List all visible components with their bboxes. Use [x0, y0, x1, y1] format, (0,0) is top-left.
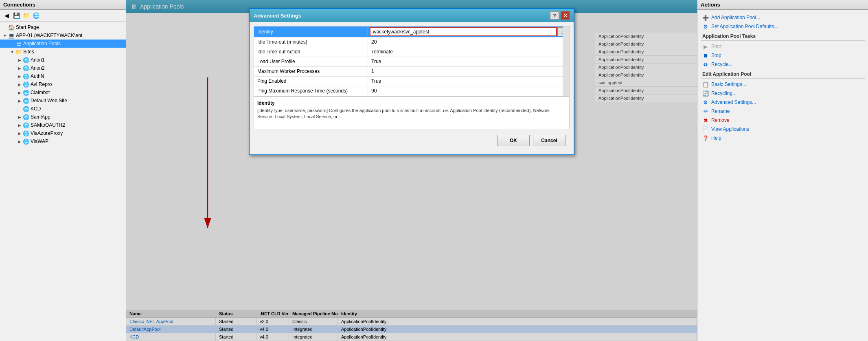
expand-icon-authn[interactable]: ▶	[16, 73, 23, 79]
tree-icon-anon1: 🌐	[23, 57, 29, 63]
center-panel: 🖥 Application Pools ApplicationPoolIdent…	[126, 0, 697, 341]
tree-item-avi-repro[interactable]: ▶🌐Avi Repro	[0, 80, 126, 88]
action-section-title-1: Application Pool Tasks	[701, 31, 865, 41]
action-label-0-0: Add Application Pool...	[711, 15, 760, 20]
tree-label-sites: Sites	[23, 49, 34, 55]
tree-icon-default-web-site: 🌐	[23, 97, 29, 104]
expand-icon-samlapp[interactable]: ▶	[16, 114, 23, 120]
action-label-3-1: Help	[711, 135, 721, 141]
back-button[interactable]: ◀	[2, 11, 11, 20]
tree-item-app-pools[interactable]: 🗃Application Pools	[0, 40, 126, 48]
identity-label: Identity	[254, 27, 368, 36]
tree-item-app01[interactable]: ▼💻APP-01 (WACKETYWACK\ent	[0, 31, 126, 40]
action-icon-1-1: ⏹	[702, 52, 709, 59]
action-item-2-3[interactable]: ✏Rename	[701, 107, 865, 116]
actions-body: ➕Add Application Pool...⚙Set Application…	[697, 10, 868, 341]
action-section-title-2: Edit Application Pool	[701, 69, 865, 79]
description-text: [identityType, username, password] Confi…	[257, 108, 566, 120]
action-icon-2-0: 📋	[702, 81, 709, 88]
action-item-0-1[interactable]: ⚙Set Application Pool Defaults...	[701, 22, 865, 31]
cancel-button[interactable]: Cancel	[533, 135, 566, 146]
left-panel: Connections ◀ 💾 📁 🌐 🏠Start Page▼💻APP-01 …	[0, 0, 126, 341]
ok-button[interactable]: OK	[497, 135, 530, 146]
tree-item-kcd[interactable]: 🌐KCD	[0, 105, 126, 113]
tree-item-samlapp[interactable]: ▶🌐SamlApp	[0, 113, 126, 121]
settings-row-2[interactable]: Idle Time-out ActionTerminate	[254, 47, 569, 57]
settings-row-1[interactable]: Idle Time-out (minutes)20	[254, 37, 569, 47]
tree-label-anon1: Anon1	[31, 57, 45, 63]
expand-icon-sites[interactable]: ▼	[9, 48, 15, 55]
tree-item-sam-to-oauth2[interactable]: ▶🌐SAMtoOAUTH2	[0, 121, 126, 129]
tree-icon-kcd: 🌐	[23, 106, 29, 112]
dialog-body: Identity...Idle Time-out (minutes)20Idle…	[250, 22, 574, 154]
expand-icon-via-azure-proxy[interactable]: ▶	[16, 130, 23, 136]
action-item-0-0[interactable]: ➕Add Application Pool...	[701, 13, 865, 22]
tree-item-default-web-site[interactable]: ▶🌐Default Web Site	[0, 97, 126, 105]
action-icon-2-1: 🔄	[702, 90, 709, 97]
action-icon-0-1: ⚙	[702, 23, 709, 30]
expand-icon-app01[interactable]: ▼	[2, 32, 8, 39]
action-icon-3-0: 📄	[702, 126, 709, 132]
action-label-2-1: Recycling...	[711, 90, 736, 96]
tree-icon-samlapp: 🌐	[23, 114, 29, 120]
action-icon-3-1: ❓	[702, 135, 709, 141]
identity-input[interactable]	[370, 27, 557, 36]
setting-label-1: Idle Time-out (minutes)	[254, 37, 368, 47]
expand-icon-claimbot[interactable]: ▶	[16, 89, 23, 96]
action-item-1-2[interactable]: ♻Recycle...	[701, 60, 865, 69]
folder-button[interactable]: 📁	[22, 11, 31, 20]
expand-icon-default-web-site[interactable]: ▶	[16, 97, 23, 104]
right-panel: Actions ➕Add Application Pool...⚙Set App…	[697, 0, 868, 341]
expand-icon-anon1[interactable]: ▶	[16, 57, 23, 63]
tree-item-anon2[interactable]: ▶🌐Anon2	[0, 64, 126, 72]
action-item-2-2[interactable]: ⚙Advanced Settings...	[701, 98, 865, 107]
tree-item-sites[interactable]: ▼📁Sites	[0, 48, 126, 56]
setting-label-4: Maximum Worker Processes	[254, 67, 368, 76]
action-item-2-0[interactable]: 📋Basic Settings...	[701, 80, 865, 89]
action-icon-1-0: ▶	[702, 43, 709, 50]
action-icon-2-2: ⚙	[702, 99, 709, 106]
expand-icon-avi-repro[interactable]: ▶	[16, 81, 23, 88]
action-label-2-0: Basic Settings...	[711, 81, 746, 87]
dialog-title: Advanced Settings	[254, 13, 301, 19]
save-button[interactable]: 💾	[12, 11, 21, 20]
setting-label-5: Ping Enabled	[254, 77, 368, 86]
action-icon-2-4: ✖	[702, 117, 709, 123]
setting-value-1: 20	[368, 37, 569, 47]
action-item-3-0[interactable]: 📄View Applications	[701, 125, 865, 134]
tree-label-app01: APP-01 (WACKETYWACK\ent	[16, 33, 82, 38]
tree-item-start-page[interactable]: 🏠Start Page	[0, 23, 126, 31]
tree-label-via-azure-proxy: ViaAzureProxy	[31, 130, 63, 136]
expand-icon-anon2[interactable]: ▶	[16, 65, 23, 71]
close-dialog-button[interactable]: ✕	[561, 11, 570, 20]
expand-icon-via-wap[interactable]: ▶	[16, 138, 23, 145]
settings-row-3[interactable]: Load User ProfileTrue	[254, 57, 569, 67]
tree-item-via-wap[interactable]: ▶🌐ViaWAP	[0, 137, 126, 145]
actions-header: Actions	[697, 0, 868, 10]
setting-value-2: Terminate	[368, 47, 569, 57]
action-item-2-1[interactable]: 🔄Recycling...	[701, 89, 865, 98]
advanced-settings-dialog: Advanced Settings ? ✕ Identity...Idle Ti…	[249, 8, 574, 155]
settings-row-5[interactable]: Ping EnabledTrue	[254, 77, 569, 86]
tree-label-authn: AuthN	[31, 73, 44, 79]
description-title: Identity	[257, 100, 566, 106]
tree-item-claimbot[interactable]: ▶🌐Claimbot	[0, 88, 126, 97]
tree-icon-via-azure-proxy: 🌐	[23, 130, 29, 136]
action-item-1-1[interactable]: ⏹Stop	[701, 51, 865, 60]
tree-label-samlapp: SamlApp	[31, 114, 50, 120]
action-item-3-1[interactable]: ❓Help	[701, 134, 865, 143]
scrollbar[interactable]	[563, 26, 569, 96]
tree-item-anon1[interactable]: ▶🌐Anon1	[0, 56, 126, 64]
settings-row-6[interactable]: Ping Maximum Response Time (seconds)90	[254, 86, 569, 96]
tree-item-via-azure-proxy[interactable]: ▶🌐ViaAzureProxy	[0, 129, 126, 137]
expand-icon-sam-to-oauth2[interactable]: ▶	[16, 122, 23, 128]
tree-label-anon2: Anon2	[31, 65, 45, 71]
tree-icon-authn: 🌐	[23, 73, 29, 79]
action-label-2-4: Remove	[711, 117, 730, 123]
network-button[interactable]: 🌐	[31, 11, 40, 20]
help-dialog-button[interactable]: ?	[550, 11, 559, 20]
action-item-2-4[interactable]: ✖Remove	[701, 116, 865, 125]
tree-item-authn[interactable]: ▶🌐AuthN	[0, 72, 126, 80]
settings-row-4[interactable]: Maximum Worker Processes1	[254, 67, 569, 77]
settings-scroll[interactable]: Identity...Idle Time-out (minutes)20Idle…	[254, 26, 570, 97]
